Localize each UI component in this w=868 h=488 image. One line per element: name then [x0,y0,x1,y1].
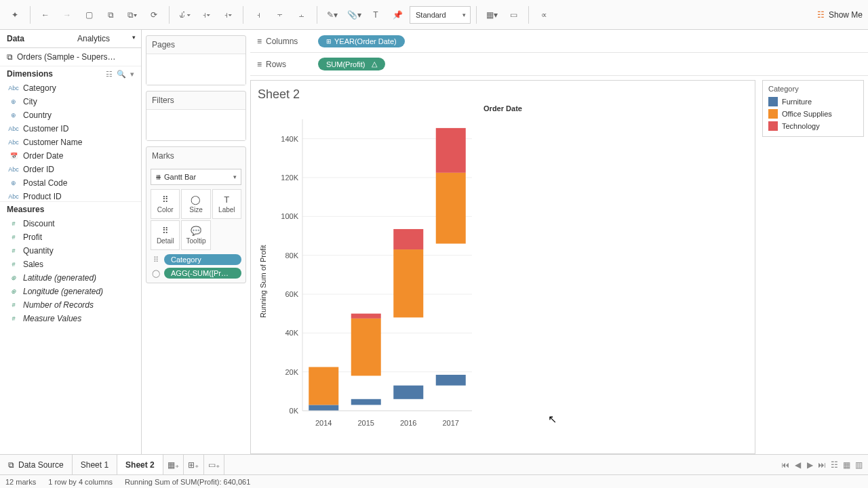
field-type-icon: # [8,261,19,268]
svg-text:40K: 40K [285,329,298,337]
sort-asc-icon[interactable]: ⫞▾ [197,5,216,24]
columns-shelf[interactable]: ≡Columns ⊞ YEAR(Order Date) [250,30,868,53]
pill-category[interactable]: Category [164,254,241,265]
color-legend[interactable]: Category FurnitureOffice SuppliesTechnol… [762,80,864,137]
pill-agg-sum-pr-[interactable]: AGG(-SUM([Pr… [164,268,241,279]
mark-color[interactable]: ⠿Color [151,189,180,219]
presentation-icon[interactable]: ▭ [504,5,523,24]
status-rowscols: 1 row by 4 columns [48,478,113,486]
search-icon[interactable]: 🔍 [117,70,126,79]
group-icon[interactable]: ⫞ [249,5,268,24]
field-country[interactable]: ⊕Country [0,108,141,122]
field-type-icon: # [8,302,19,308]
svg-rect-20 [309,367,338,405]
share-icon[interactable]: ∝ [534,5,553,24]
tab-grid-icon[interactable]: ▦ [841,460,852,470]
field-quantity[interactable]: #Quantity [0,244,141,258]
sheet-tab-sheet-2[interactable]: Sheet 2 [117,455,163,474]
film-strip-icon[interactable]: ☷ [829,460,840,470]
show-mark-labels-icon[interactable]: ⫟ [271,5,290,24]
attach-icon[interactable]: 📎▾ [344,5,363,24]
sheet-tab-sheet-1[interactable]: Sheet 1 [73,455,117,474]
field-type-icon: # [8,315,19,322]
legend-item-technology[interactable]: Technology [768,120,858,132]
field-order-id[interactable]: AbcOrder ID [0,163,141,176]
field-customer-name[interactable]: AbcCustomer Name [0,136,141,149]
new-story-icon[interactable]: ▭₊ [204,455,224,474]
sort-desc-icon[interactable]: ⫞▾ [218,5,237,24]
field-profit[interactable]: #Profit [0,230,141,244]
svg-rect-25 [393,229,423,249]
field-latitude-generated-[interactable]: ⊕Latitude (generated) [0,271,141,285]
field-sales[interactable]: #Sales [0,258,141,271]
rows-shelf[interactable]: ≡Rows SUM(Profit) △ [250,53,868,76]
mark-detail[interactable]: ⠿Detail [151,220,180,250]
tab-data[interactable]: Data [0,30,71,47]
tab-analytics[interactable]: Analytics [71,30,141,47]
pin-icon[interactable]: 📌 [388,5,407,24]
new-sheet-icon[interactable]: ▦₊ [163,455,184,474]
forward-icon[interactable]: → [58,5,77,24]
highlight-icon[interactable]: ✎▾ [323,5,342,24]
new-worksheet-icon[interactable]: ⧉▾ [123,5,142,24]
nav-next-icon[interactable]: ▶ [804,460,815,470]
format-icon[interactable]: ⫠ [292,5,311,24]
field-longitude-generated-[interactable]: ⊕Longitude (generated) [0,285,141,298]
svg-text:2015: 2015 [358,419,374,427]
viz-canvas[interactable]: Sheet 2 Order Date Running Sum of Profit… [250,80,755,454]
tab-data-source[interactable]: ⧉ Data Source [0,455,73,474]
label-icon: T [224,195,229,205]
field-discount[interactable]: #Discount [0,217,141,230]
data-source-name[interactable]: ⧉ Orders (Sample - Supers… [0,48,141,66]
field-measure-values[interactable]: #Measure Values [0,312,141,325]
mark-size[interactable]: ◯Size [181,189,210,219]
pill-encoding-icon: ⠿ [151,256,161,264]
legend-item-furniture[interactable]: Furniture [768,96,858,108]
field-city[interactable]: ⊕City [0,95,141,108]
section-measures: Measures [0,202,141,217]
save-icon[interactable]: ▢ [79,5,98,24]
shelves-panel: Pages Filters Marks ⧻ Gantt Bar ⠿Color◯S… [142,30,250,454]
field-type-icon: ⊕ [8,180,19,186]
swap-icon[interactable]: ⫝̸▾ [175,5,194,24]
pill-encoding-icon: ◯ [151,269,161,278]
sheet-title[interactable]: Sheet 2 [258,87,748,102]
filters-shelf[interactable]: Filters [146,91,246,141]
dashboard-icon[interactable]: ▦▾ [482,5,501,24]
field-type-icon: Abc [8,166,19,173]
view-data-icon[interactable]: ☷ [106,70,113,79]
tab-sort-icon[interactable]: ▥ [853,460,864,470]
field-type-icon: # [8,247,19,254]
text-icon[interactable]: T [366,5,385,24]
back-icon[interactable]: ← [36,5,55,24]
chart[interactable]: 0K20K40K60K80K100K120K140K20142015201620… [269,113,748,451]
show-me-button[interactable]: ☷ Show Me [817,10,863,20]
refresh-icon[interactable]: ⟳ [144,5,163,24]
menu-icon[interactable]: ▾ [130,70,134,79]
color-icon: ⠿ [162,195,169,205]
nav-last-icon[interactable]: ⏭ [816,460,827,470]
mark-tooltip[interactable]: 💬Tooltip [181,220,210,250]
field-number-of-records[interactable]: #Number of Records [0,298,141,312]
mark-label[interactable]: TLabel [212,189,241,219]
new-dashboard-icon[interactable]: ⊞₊ [184,455,204,474]
field-order-date[interactable]: 📅Order Date [0,149,141,163]
field-category[interactable]: AbcCategory [0,81,141,95]
field-postal-code[interactable]: ⊕Postal Code [0,176,141,190]
mark-type-select[interactable]: ⧻ Gantt Bar [151,169,241,185]
detail-icon: ⠿ [162,226,169,236]
rows-pill[interactable]: SUM(Profit) △ [318,58,385,70]
datasource-icon: ⧉ [7,52,13,62]
new-data-icon[interactable]: ⧉ [101,5,120,24]
nav-prev-icon[interactable]: ◀ [792,460,803,470]
nav-first-icon[interactable]: ⏮ [780,460,791,470]
field-type-icon: ⊕ [8,274,19,281]
logo-icon[interactable]: ✦ [5,5,24,24]
legend-item-office-supplies[interactable]: Office Supplies [768,108,858,120]
field-customer-id[interactable]: AbcCustomer ID [0,122,141,136]
svg-text:80K: 80K [285,251,298,260]
pages-shelf[interactable]: Pages [146,35,246,85]
columns-pill[interactable]: ⊞ YEAR(Order Date) [318,35,405,47]
fit-dropdown[interactable]: Standard [410,6,471,24]
field-product-id[interactable]: AbcProduct ID [0,190,141,202]
